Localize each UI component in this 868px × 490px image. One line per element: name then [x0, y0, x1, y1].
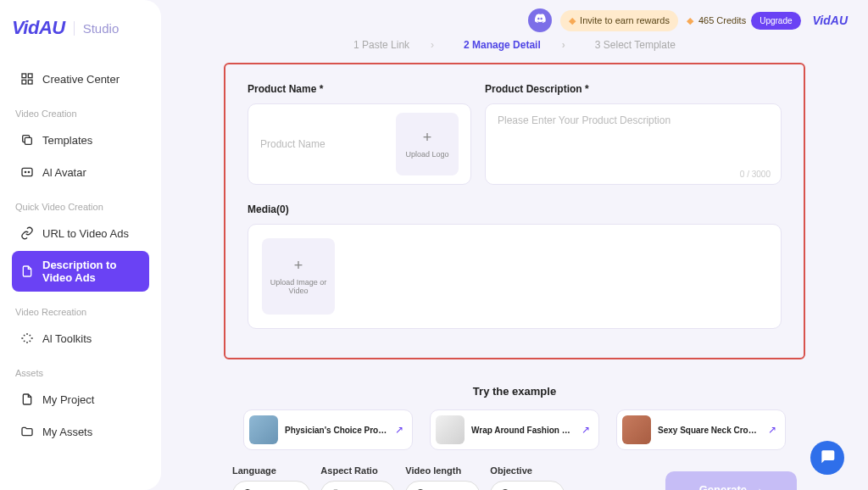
- studio-label: Studio: [74, 21, 120, 36]
- stepper: 1 Paste Link› 2 Manage Detail› 3 Select …: [181, 39, 848, 51]
- sidebar-item-label: Al Toolkits: [42, 332, 92, 345]
- objective-dropdown[interactable]: Traffic ▾: [490, 481, 565, 490]
- chevron-right-icon: ›: [562, 39, 565, 51]
- controls-row: Language English ▾ Aspect Ratio 9:16 ▾ V…: [181, 465, 848, 490]
- svg-rect-1: [28, 74, 32, 78]
- product-description-label: Product Description *: [485, 83, 782, 95]
- sidebar-item-my-assets[interactable]: My Assets: [12, 417, 149, 446]
- example-thumbnail: [249, 415, 278, 444]
- sidebar-item-label: Al Avatar: [42, 166, 86, 179]
- example-thumbnail: [622, 415, 651, 444]
- section-label-assets: Assets: [15, 368, 149, 378]
- upload-media-label: Upload Image or Video: [262, 278, 335, 295]
- link-icon: [20, 226, 34, 240]
- arrow-up-right-icon: ↗: [768, 424, 776, 436]
- chat-support-button[interactable]: [810, 441, 844, 475]
- svg-rect-5: [22, 168, 32, 175]
- sidebar-item-label: Description to Video Ads: [42, 259, 141, 284]
- sidebar-item-my-project[interactable]: My Project: [12, 385, 149, 414]
- upload-media-button[interactable]: + Upload Image or Video: [262, 238, 335, 315]
- svg-point-7: [28, 171, 29, 172]
- diamond-icon: ◆: [569, 15, 576, 26]
- media-card: + Upload Image or Video: [248, 224, 782, 329]
- example-label: Sexy Square Neck Crop To...: [658, 426, 761, 435]
- diamond-icon: ◆: [687, 15, 693, 26]
- svg-rect-2: [22, 80, 26, 84]
- char-counter: 0 / 3000: [740, 170, 771, 179]
- sidebar-item-label: Creative Center: [42, 73, 120, 86]
- example-label: Physician's Choice Probiot...: [285, 426, 388, 435]
- upgrade-button[interactable]: Upgrade: [751, 12, 800, 30]
- sidebar-item-ai-toolkits[interactable]: Al Toolkits: [12, 324, 149, 353]
- product-description-input[interactable]: [486, 104, 781, 184]
- section-label-video-creation: Video Creation: [15, 109, 149, 119]
- sidebar: VidAU Studio Creative Center Video Creat…: [0, 0, 161, 490]
- topbar: ◆ Invite to earn rewards ◆ 465 Credits U…: [528, 8, 848, 32]
- invite-button[interactable]: ◆ Invite to earn rewards: [560, 10, 678, 31]
- product-name-input[interactable]: [260, 116, 387, 172]
- upload-logo-label: Upload Logo: [405, 150, 448, 159]
- chat-icon: [819, 448, 836, 468]
- aspect-dropdown[interactable]: 9:16 ▾: [320, 481, 395, 490]
- generate-label: Generate: [699, 483, 747, 490]
- sidebar-item-creative-center[interactable]: Creative Center: [12, 64, 149, 93]
- credits-display: ◆ 465 Credits Upgrade: [687, 12, 801, 30]
- objective-label: Objective: [490, 465, 565, 476]
- sidebar-item-label: My Assets: [42, 426, 92, 438]
- sidebar-item-label: Templates: [42, 134, 92, 147]
- arrow-up-right-icon: ↗: [395, 424, 403, 436]
- sidebar-item-label: My Project: [42, 393, 94, 406]
- sidebar-item-templates[interactable]: Templates: [12, 125, 149, 154]
- media-label: Media(0): [248, 203, 782, 215]
- generate-button[interactable]: Generate →: [665, 471, 797, 490]
- form-highlighted-area: Product Name * + Upload Logo Product Des…: [224, 63, 805, 359]
- svg-rect-0: [22, 74, 26, 78]
- language-dropdown[interactable]: English ▾: [232, 481, 310, 490]
- main-content: ◆ Invite to earn rewards ◆ 465 Credits U…: [161, 0, 868, 490]
- product-name-card: + Upload Logo: [248, 103, 471, 185]
- logo: VidAU: [12, 17, 65, 39]
- section-label-recreation: Video Recreation: [15, 307, 149, 317]
- plus-icon: +: [423, 130, 432, 145]
- svg-rect-3: [28, 80, 32, 84]
- file-icon: [20, 393, 34, 406]
- step-1[interactable]: 1 Paste Link›: [353, 39, 434, 51]
- sidebar-item-label: URL to Video Ads: [42, 227, 129, 240]
- discord-icon: [533, 12, 547, 29]
- length-label: Video length: [405, 465, 480, 476]
- product-name-label: Product Name *: [248, 83, 471, 95]
- document-icon: [20, 264, 34, 278]
- example-thumbnail: [436, 415, 465, 444]
- sidebar-item-description-to-video[interactable]: Description to Video Ads: [12, 251, 149, 292]
- discord-button[interactable]: [528, 8, 552, 32]
- svg-point-6: [25, 171, 25, 172]
- section-label-quick: Quick Video Creation: [15, 202, 149, 212]
- example-card-1[interactable]: Physician's Choice Probiot... ↗: [243, 409, 413, 450]
- step-2[interactable]: 2 Manage Detail›: [464, 39, 565, 51]
- arrow-up-right-icon: ↗: [581, 424, 590, 436]
- avatar-icon: [20, 165, 34, 179]
- length-dropdown[interactable]: 15s ▾: [405, 481, 480, 490]
- aspect-label: Aspect Ratio: [320, 465, 395, 476]
- sidebar-item-url-to-video[interactable]: URL to Video Ads: [12, 219, 149, 248]
- folder-icon: [20, 425, 34, 438]
- logo-row: VidAU Studio: [12, 17, 149, 39]
- example-card-2[interactable]: Wrap Around Fashion Sun... ↗: [430, 409, 599, 450]
- plus-icon: +: [294, 258, 303, 273]
- invite-label: Invite to earn rewards: [580, 15, 670, 25]
- sparkle-icon: [20, 331, 34, 345]
- example-card-3[interactable]: Sexy Square Neck Crop To... ↗: [616, 409, 786, 450]
- chevron-right-icon: ›: [431, 39, 434, 51]
- arrow-right-icon: →: [752, 483, 763, 490]
- sidebar-item-ai-avatar[interactable]: Al Avatar: [12, 158, 149, 187]
- product-description-card: 0 / 3000: [485, 103, 782, 185]
- examples-row: Physician's Choice Probiot... ↗ Wrap Aro…: [181, 409, 848, 450]
- upload-logo-button[interactable]: + Upload Logo: [396, 113, 459, 175]
- brand-small: VidAU: [813, 14, 848, 27]
- svg-rect-4: [25, 137, 31, 144]
- credits-value: 465 Credits: [698, 15, 746, 25]
- grid-icon: [20, 72, 34, 86]
- example-label: Wrap Around Fashion Sun...: [471, 426, 575, 435]
- copy-icon: [20, 133, 34, 147]
- step-3[interactable]: 3 Select Template: [595, 39, 676, 51]
